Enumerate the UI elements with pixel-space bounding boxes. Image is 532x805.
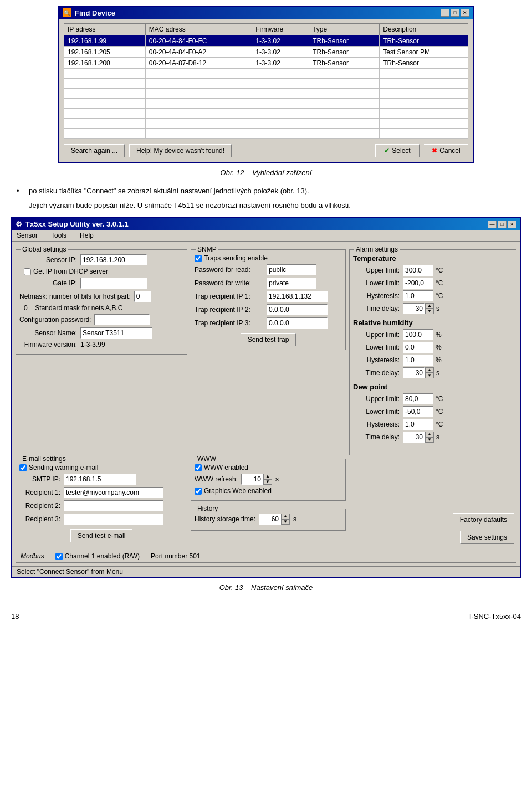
col-firmware: Firmware	[252, 24, 309, 35]
history-storage-row: History storage time: ▲ ▼ s	[195, 514, 342, 525]
hum-delay-down[interactable]: ▼	[425, 373, 434, 378]
help-label: Help! My device wasn't found!	[136, 147, 224, 155]
history-storage-label: History storage time:	[195, 515, 255, 523]
temp-hysteresis-unit: °C	[436, 292, 443, 300]
setup-maximize-button[interactable]: □	[498, 221, 507, 228]
temp-upper-input[interactable]	[403, 265, 433, 276]
menu-sensor[interactable]: Sensor	[14, 231, 40, 240]
pwd-write-input[interactable]	[267, 278, 316, 289]
dhcp-checkbox[interactable]	[24, 268, 31, 275]
dew-delay-up[interactable]: ▲	[425, 432, 434, 437]
setup-close-button[interactable]: ✕	[508, 221, 516, 228]
www-refresh-spinner-btns: ▲ ▼	[263, 474, 272, 485]
history-up[interactable]: ▲	[281, 514, 290, 519]
dew-upper-label: Upper limit:	[353, 395, 403, 403]
pwd-read-input[interactable]	[267, 264, 316, 275]
config-pwd-input[interactable]	[94, 314, 150, 325]
temp-lower-label: Lower limit:	[353, 279, 403, 287]
dew-delay-spinner-btns: ▲ ▼	[425, 432, 434, 443]
sending-warning-checkbox[interactable]	[19, 464, 27, 471]
hum-delay-up[interactable]: ▲	[425, 367, 434, 373]
send-test-email-button[interactable]: Send test e-mail	[70, 529, 133, 542]
sending-warning-label: Sending warning e-mail	[29, 464, 98, 471]
select-button[interactable]: ✔ Select	[375, 144, 420, 157]
modbus-channel-checkbox[interactable]	[55, 553, 63, 560]
close-button[interactable]: ✕	[461, 9, 469, 17]
status-text: Select "Connect Sensor" from Menu	[17, 568, 123, 576]
maximize-button[interactable]: □	[451, 9, 459, 17]
dew-section: Dew point Upper limit: °C Lower limit: °…	[353, 383, 513, 443]
factory-defaults-button[interactable]: Factory dafaults	[453, 513, 514, 526]
firmware-value: 1-3-3.99	[80, 341, 105, 348]
save-settings-button[interactable]: Save settings	[460, 531, 514, 544]
dew-hysteresis-unit: °C	[436, 421, 443, 428]
trap-ip1-input[interactable]	[267, 291, 328, 302]
temp-delay-up[interactable]: ▲	[425, 303, 434, 309]
menu-tools[interactable]: Tools	[49, 231, 69, 240]
trap-ip2-input[interactable]	[267, 304, 328, 315]
recipient1-input[interactable]	[64, 487, 163, 498]
sensor-ip-input[interactable]	[80, 254, 147, 265]
temp-hysteresis-label: Hysteresis:	[353, 292, 403, 300]
titlebar-buttons: — □ ✕	[441, 9, 469, 17]
table-row	[64, 129, 468, 139]
minimize-button[interactable]: —	[441, 9, 449, 17]
www-refresh-input[interactable]	[241, 474, 263, 485]
temp-hysteresis-input[interactable]	[403, 290, 433, 301]
cancel-button[interactable]: ✖ Cancel	[424, 144, 468, 157]
alarm-group: Alarm settings Temperature Upper limit: …	[349, 249, 516, 455]
dew-delay-down[interactable]: ▼	[425, 437, 434, 443]
hum-lower-input[interactable]	[403, 342, 433, 353]
body-line2: Jejich význam bude popsán níže. U snímač…	[29, 200, 515, 211]
dew-delay-input[interactable]	[403, 432, 425, 443]
table-row[interactable]: 192.168.1.9900-20-4A-84-F0-FC1-3-3.02TRh…	[64, 35, 468, 47]
trap-ip3-input[interactable]	[267, 317, 328, 329]
history-input[interactable]	[259, 514, 281, 525]
temp-delay-label: Time delay:	[353, 305, 403, 312]
dew-hysteresis-input[interactable]	[403, 419, 433, 430]
hum-upper-unit: %	[436, 331, 442, 339]
recipient2-input[interactable]	[64, 500, 163, 511]
table-row[interactable]: 192.168.1.20500-20-4A-84-F0-A21-3-3.02TR…	[64, 47, 468, 58]
table-row[interactable]: 192.168.1.20000-20-4A-87-D8-121-3-3.02TR…	[64, 58, 468, 69]
trap-ip1-label: Trap recipient IP 1:	[195, 293, 267, 300]
recipient3-input[interactable]	[64, 514, 163, 525]
hum-delay-input[interactable]	[403, 367, 425, 378]
netmask-input[interactable]	[134, 291, 151, 302]
page-number: 18	[11, 612, 19, 621]
temp-lower-input[interactable]	[403, 278, 433, 289]
search-again-button[interactable]: Search again ...	[64, 144, 125, 157]
www-refresh-down[interactable]: ▼	[263, 479, 272, 485]
smtp-input[interactable]	[64, 474, 136, 485]
temp-delay-input[interactable]	[403, 303, 425, 314]
dew-lower-input[interactable]	[403, 406, 433, 417]
history-spinner-btns: ▲ ▼	[281, 514, 290, 525]
gate-ip-input[interactable]	[80, 278, 147, 289]
graphics-row: Graphics Web enabled	[195, 487, 342, 495]
dew-upper-unit: °C	[436, 395, 443, 403]
caption2: Obr. 13 – Nastavení snímače	[6, 583, 526, 592]
hum-upper-input[interactable]	[403, 329, 433, 340]
help-button[interactable]: Help! My device wasn't found!	[129, 144, 232, 157]
col-mac: MAC adress	[145, 24, 252, 35]
temp-delay-down[interactable]: ▼	[425, 309, 434, 314]
www-group: WWW WWW enabled WWW refresh: ▲ ▼	[191, 459, 346, 501]
history-down[interactable]: ▼	[281, 519, 290, 525]
email-label: E-mail settings	[21, 455, 68, 463]
setup-minimize-button[interactable]: —	[488, 221, 497, 228]
dew-upper-input[interactable]	[403, 393, 433, 404]
www-enabled-checkbox[interactable]	[195, 464, 202, 471]
trap-ip2-label: Trap recipient IP 2:	[195, 306, 267, 314]
sensor-name-input[interactable]	[80, 327, 152, 339]
traps-enable-checkbox[interactable]	[195, 255, 202, 262]
pwd-read-label: Password for read:	[195, 266, 267, 274]
www-refresh-up[interactable]: ▲	[263, 474, 272, 479]
dew-title: Dew point	[353, 383, 513, 391]
graphics-checkbox[interactable]	[195, 488, 202, 495]
menu-help[interactable]: Help	[78, 231, 96, 240]
hum-hysteresis-input[interactable]	[403, 355, 433, 366]
sensor-name-label: Sensor Name:	[19, 329, 80, 337]
send-test-trap-button[interactable]: Send test trap	[241, 333, 296, 346]
humidity-section: Relative humidity Upper limit: % Lower l…	[353, 319, 513, 378]
netmask-label: Netmask: number of bits for host part:	[19, 293, 134, 300]
